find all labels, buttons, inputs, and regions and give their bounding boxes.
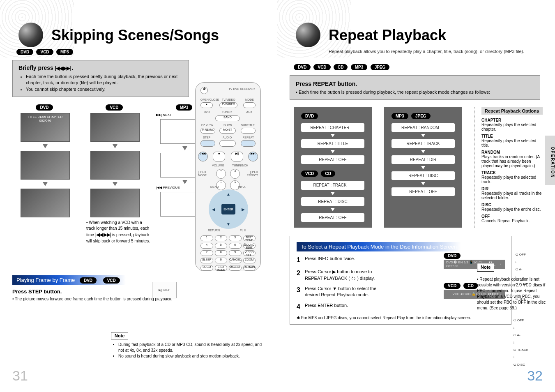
step-text: Press Cursor ▼ button to select the desi… [305, 286, 379, 298]
flow-mp3-column: MP3 JPEG REPEAT : RANDOM REPEAT : TRACK … [384, 107, 462, 228]
volume-up-button: + [216, 169, 226, 179]
remain-btn: REMAIN [243, 265, 256, 271]
tuning-label: TUNING/CH [232, 164, 248, 167]
remote-label: STEP [203, 136, 210, 139]
lozenge-mp3: MP3 [391, 113, 408, 119]
page-title: Skipping Scenes/Songs [51, 27, 265, 44]
down-arrow-icon [421, 166, 425, 169]
tune-up-button: ∧ [230, 169, 240, 179]
dvd-thumb-1: TITLE 01/05 CHAPTER 002/040 [21, 113, 70, 142]
decorative-sphere [296, 23, 320, 47]
option-term: TRACK [481, 171, 543, 175]
side-item: ⭮ TRACK [513, 348, 528, 355]
option-term: DISC [481, 203, 543, 207]
flow-step: REPEAT : DIR [391, 155, 455, 164]
remote-label: AUDIO [223, 136, 232, 139]
band-button: BAND [215, 115, 240, 121]
num-8: 8 [215, 250, 228, 256]
option-desc: Plays tracks in random order. (A track t… [481, 154, 543, 168]
option-desc: Repeatedly plays the entire disc. [481, 207, 543, 212]
lozenge-dvd: DVD [294, 64, 311, 70]
num-2: 2 [215, 235, 228, 241]
num-7: 7 [200, 250, 213, 256]
down-arrow-icon [113, 182, 117, 186]
side-arrow-icon: ↓ [513, 326, 528, 333]
lozenge-dvd: DVD [301, 113, 318, 119]
heading-suffix: . [72, 65, 74, 71]
step-button-remote [200, 140, 215, 147]
skip-prev-next-icon: |◀◀ ▶▶| [55, 65, 72, 71]
tv-video-button: TV/VIDEO [219, 102, 237, 108]
left-arrow-icon [349, 184, 352, 188]
disc-type-lozenges: DVD VCD CD MP3 JPEG [294, 64, 543, 70]
step-text: Press Cursor ▶ button to move to REPEAT … [305, 269, 379, 281]
vcd-column: VCD • When watching a VCD with a track l… [86, 104, 144, 244]
volume-label: VOLUME [212, 164, 224, 167]
options-header: Repeat Playback Options [481, 107, 543, 115]
down-arrow-icon [331, 208, 335, 211]
page-number-32: 32 [527, 368, 543, 384]
repeat-options-list: Repeat Playback Options CHAPTER Repeated… [474, 107, 543, 228]
dvd-thumb-2 [21, 151, 70, 180]
select-footnote: ✱ For MP3 and JPEG discs, you cannot sel… [297, 316, 504, 320]
down-arrow-icon [182, 180, 187, 184]
num-9: 9 [229, 250, 242, 256]
disc-type-lozenges: DVD VCD MP3 [16, 49, 265, 55]
step-button-thumb: ▶|| STEP [152, 282, 177, 298]
option-term: TITLE [481, 134, 543, 138]
skip-prev-next-icon: |◀◀ ▶▶| [95, 232, 111, 238]
step-number: 3 [297, 286, 305, 298]
lozenge-vcd: VCD [313, 64, 330, 70]
remote-label: MODE [245, 98, 254, 101]
plii-effect-label: || PL II EFFECT [246, 171, 258, 177]
remote-control-diagram: ⏻ TV DVD RECEIVER OPEN/CLOSE TV/VIDEO MO… [195, 82, 261, 271]
remote-label: AUX [246, 111, 252, 113]
cursor-right-icon: ▶ [242, 207, 245, 212]
ring-arc-label: RETURN [208, 229, 220, 232]
video-sel: VIDEO SEL. [243, 250, 256, 256]
side-item: ⭮ DISC [513, 363, 528, 370]
step-number: 1 [297, 256, 305, 265]
down-arrow-icon [43, 144, 48, 148]
option-term: CHAPTER [481, 118, 543, 122]
option-desc: Repeatedly plays the selected track. [481, 175, 543, 184]
option-desc: Repeatedly plays all tracks in the selec… [481, 191, 543, 200]
frame-section-bar: Playing Frame by Frame DVD VCD [12, 275, 126, 285]
slow-button: MO/ST [219, 128, 236, 134]
note-section-right: Note • Repeat playback operation is not … [477, 263, 547, 311]
vcd-thumb-2 [90, 151, 140, 180]
flow-step: REPEAT : OFF [301, 213, 364, 222]
option-term: RANDOM [481, 150, 543, 154]
prev-button: |◀◀ [198, 152, 208, 161]
side-item: ⭮ OFF [515, 253, 528, 260]
ring-arc-label: MENU [210, 185, 219, 188]
digest-btn: DIGEST [229, 265, 242, 271]
left-arrow-icon [442, 126, 445, 130]
ring-arc-label: INFO. [238, 185, 246, 188]
num-1: 1 [200, 235, 213, 241]
down-arrow-icon [421, 150, 425, 153]
ez-view-button: V-REMA. [200, 128, 215, 134]
lozenge-vcd: VCD [103, 277, 120, 284]
sound-edit: SOUND EDIT [243, 243, 256, 249]
lozenge-dvd: DVD [16, 49, 33, 55]
side-item: ⭮ OFF [513, 318, 528, 326]
option-term: OFF [481, 214, 543, 219]
page-title: Repeat Playback [329, 27, 543, 44]
flow-step: REPEAT : TITLE [301, 139, 364, 148]
remote-label: SLOW [223, 124, 232, 127]
step-text: Press INFO button twice. [305, 256, 355, 265]
cursor-up-icon: ▲ [226, 192, 230, 196]
num-4: 4 [200, 243, 213, 249]
stop-button: ■ [213, 152, 225, 161]
note-bullet-2: No sound is heard during slow playback a… [118, 353, 267, 359]
side-item: ⭮ A- [513, 333, 528, 341]
press-repeat-bullet: • Each time the button is pressed during… [296, 90, 534, 95]
page-32: Repeat Playback Repeat playback allows y… [277, 0, 555, 392]
remote-label: EZ VIEW [201, 124, 213, 127]
step-number: 4 [297, 302, 305, 311]
cursor-down-icon: ▼ [226, 222, 230, 226]
vcd-repeat-side-list: ⭮ OFF ↓ ⭮ A- ↓ ⭮ TRACK ↓ ⭮ DISC [513, 318, 528, 370]
option-desc: Cancels Repeat Playback. [481, 219, 543, 223]
test-tone: TEST TONE [243, 235, 256, 241]
